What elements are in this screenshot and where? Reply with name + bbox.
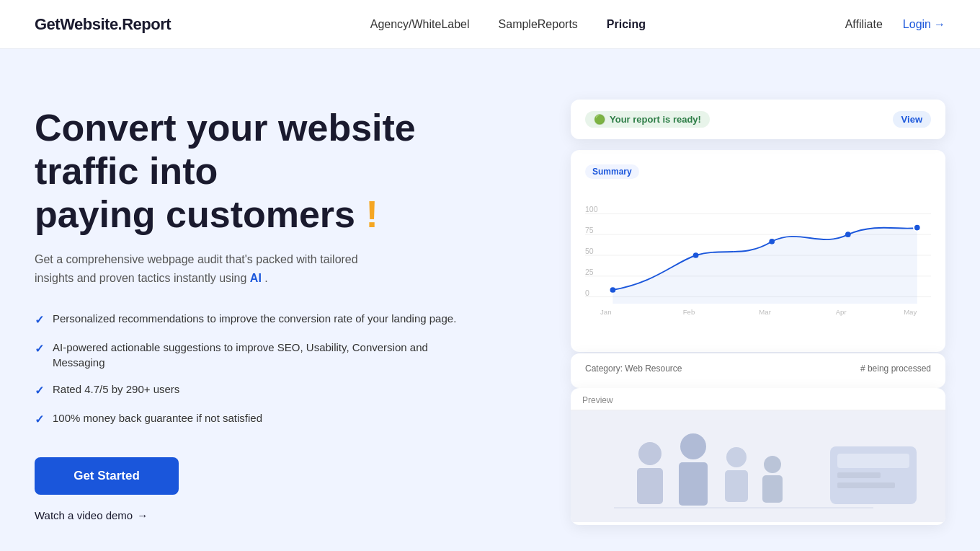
preview-label: Preview (571, 388, 945, 410)
check-icon-1: ✓ (35, 312, 44, 328)
hero-right-mockup: 🟢 Your report is ready! View Summary (496, 92, 945, 551)
feature-text-4: 100% money back guarantee if not satisfi… (53, 410, 262, 426)
login-arrow-icon: → (934, 18, 945, 31)
preview-illustration (571, 410, 945, 522)
svg-text:Mar: Mar (759, 308, 771, 316)
svg-text:Feb: Feb (683, 308, 695, 316)
chart-area: Summary 100 75 50 25 (571, 150, 945, 352)
feature-text-2: AI-powered actionable suggestions to imp… (53, 340, 481, 370)
analytics-chart: 100 75 50 25 0 (585, 190, 931, 320)
report-ready-card: 🟢 Your report is ready! View (571, 100, 945, 139)
green-dot-icon: 🟢 (594, 114, 605, 125)
svg-rect-24 (679, 462, 708, 506)
svg-text:Apr: Apr (836, 308, 847, 316)
being-scanned-label: # being processed (860, 363, 931, 374)
nav-link-pricing[interactable]: Pricing (607, 18, 646, 31)
svg-text:100: 100 (585, 205, 598, 213)
svg-rect-28 (762, 475, 783, 503)
feature-item-4: ✓ 100% money back guarantee if not satis… (35, 410, 481, 428)
get-started-button[interactable]: Get Started (35, 457, 179, 495)
hero-section: Convert your website traffic into paying… (0, 49, 980, 551)
svg-text:75: 75 (585, 226, 594, 234)
svg-point-14 (914, 224, 921, 232)
svg-rect-26 (725, 470, 748, 502)
svg-text:Jan: Jan (600, 308, 611, 316)
nav-right: Affiliate Login → (845, 18, 945, 31)
preview-area: Preview (571, 388, 945, 525)
report-view-link[interactable]: View (893, 111, 931, 128)
category-web-resource-label: Category: Web Resource (585, 363, 682, 374)
navbar: GetWebsite.Report Agency/WhiteLabel Samp… (0, 0, 980, 49)
svg-point-12 (769, 239, 775, 244)
svg-rect-32 (837, 482, 895, 488)
video-demo-arrow-icon: → (137, 509, 148, 521)
feature-item-2: ✓ AI-powered actionable suggestions to i… (35, 340, 481, 370)
login-link[interactable]: Login → (903, 18, 945, 31)
check-icon-4: ✓ (35, 412, 44, 428)
feature-item-3: ✓ Rated 4.7/5 by 290+ users (35, 382, 481, 399)
svg-text:50: 50 (585, 247, 594, 255)
report-ready-text: Your report is ready! (610, 114, 701, 125)
svg-text:25: 25 (585, 268, 594, 276)
hero-subtitle: Get a comprehensive webpage audit that's… (35, 250, 395, 287)
svg-text:May: May (904, 308, 917, 316)
svg-rect-22 (637, 468, 663, 504)
svg-text:0: 0 (585, 288, 589, 297)
feature-list: ✓ Personalized recommendations to improv… (35, 311, 481, 428)
svg-point-25 (726, 447, 747, 467)
preview-content (571, 410, 945, 522)
svg-point-23 (680, 433, 706, 459)
nav-link-affiliate[interactable]: Affiliate (845, 18, 883, 31)
svg-point-10 (610, 287, 616, 293)
hero-left-content: Convert your website traffic into paying… (35, 92, 481, 521)
video-demo-label: Watch a video demo (35, 509, 133, 521)
check-icon-3: ✓ (35, 383, 44, 399)
feature-text-3: Rated 4.7/5 by 290+ users (53, 382, 179, 397)
svg-rect-31 (837, 472, 881, 478)
video-demo-link[interactable]: Watch a video demo → (35, 509, 481, 521)
svg-point-13 (845, 232, 851, 237)
nav-link-samplereports[interactable]: SampleReports (499, 18, 578, 31)
feature-item-1: ✓ Personalized recommendations to improv… (35, 311, 481, 328)
svg-point-11 (693, 252, 699, 258)
svg-point-21 (638, 442, 662, 465)
hero-title: Convert your website traffic into paying… (35, 107, 481, 236)
ai-text: AI (250, 272, 262, 284)
chart-svg-container: 100 75 50 25 0 (585, 190, 931, 335)
category-row: Category: Web Resource # being processed (585, 363, 931, 374)
report-ready-badge: 🟢 Your report is ready! (585, 111, 710, 128)
hero-title-line1: Convert your website traffic into (35, 107, 416, 192)
cta-section: Get Started Watch a video demo → (35, 457, 481, 521)
nav-logo[interactable]: GetWebsite.Report (35, 15, 171, 34)
login-label: Login (903, 18, 931, 31)
report-mockup: 🟢 Your report is ready! View Summary (542, 92, 960, 525)
category-area: Category: Web Resource # being processed (571, 353, 945, 388)
hero-title-paying: paying customers (35, 193, 355, 235)
check-icon-2: ✓ (35, 341, 44, 357)
svg-rect-30 (837, 454, 909, 468)
svg-point-27 (764, 456, 781, 473)
feature-text-1: Personalized recommendations to improve … (53, 311, 456, 326)
summary-badge: Summary (585, 164, 639, 179)
nav-center-links: Agency/WhiteLabel SampleReports Pricing (370, 18, 646, 31)
chart-label: Summary (585, 164, 931, 179)
hero-title-exclaim: ! (355, 193, 378, 235)
nav-link-agency[interactable]: Agency/WhiteLabel (370, 18, 470, 31)
